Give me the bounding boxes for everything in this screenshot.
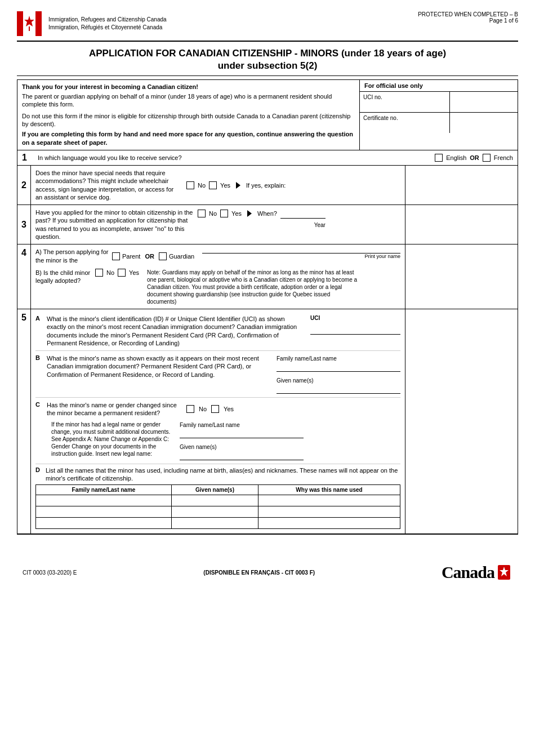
svg-rect-3 [29, 26, 30, 31]
q3-no-label: No [209, 210, 217, 217]
q5-b-given-input[interactable] [277, 384, 400, 394]
logo-text: Immigration, Refugees and Citizenship Ca… [48, 16, 167, 32]
q5-b-family-label: Family name/Last name [277, 355, 400, 362]
d-row1-col2[interactable] [171, 495, 258, 506]
d-row2-col3[interactable] [258, 506, 400, 518]
title-divider [17, 75, 518, 76]
q3-when-input[interactable] [280, 208, 326, 219]
q1-or: OR [470, 154, 479, 161]
q3-right-panel[interactable] [405, 205, 518, 244]
protected-label: PROTECTED WHEN COMPLETED – B [418, 11, 518, 17]
d-row3-col2[interactable] [171, 518, 258, 529]
q4-b-text: B) Is the child minor legally adopted? [35, 269, 92, 285]
page-header: Immigration, Refugees and Citizenship Ca… [17, 11, 518, 36]
q5-c-given-label: Given name(s) [180, 444, 400, 450]
q4-b-no-label: No [106, 269, 114, 276]
main-form: Thank you for your interest in becoming … [17, 79, 518, 535]
q4-b-row: B) Is the child minor legally adopted? N… [35, 269, 400, 305]
q3-when-label: When? [257, 210, 277, 217]
intro-left: Thank you for your interest in becoming … [17, 80, 360, 150]
q5-d-section: D List all the names that the minor has … [35, 464, 400, 532]
q3-body: Have you applied for the minor to obtain… [31, 205, 405, 244]
q5-b-family-input[interactable] [277, 362, 400, 372]
disponible-label: (DISPONIBLE EN FRANÇAIS - CIT 0003 F) [203, 570, 315, 576]
page-number: Page 1 of 6 [418, 17, 518, 24]
q2-no-checkbox[interactable] [186, 181, 194, 189]
q5-c-yes-checkbox[interactable] [211, 405, 219, 413]
q3-year-label: Year [198, 222, 326, 228]
question-1-row: 1 In which language would you like to re… [17, 150, 518, 166]
q3-arrow-icon [247, 210, 252, 217]
q4-a-row: A) The person applying for the minor is … [35, 248, 400, 264]
d-row2-col2[interactable] [171, 506, 258, 518]
q5-b-given-label: Given name(s) [277, 377, 400, 384]
d-row3-col1[interactable] [36, 518, 172, 529]
q4-guardian-label: Guardian [169, 253, 194, 260]
uci-value-field[interactable] [450, 92, 518, 112]
q2-yes-checkbox[interactable] [209, 181, 217, 189]
q5-uci-input[interactable] [310, 324, 400, 335]
q5-d-header: D List all the names that the minor has … [35, 466, 400, 483]
uci-box: UCI no. [360, 92, 518, 113]
d-col1-header: Family name/Last name [36, 485, 172, 495]
q3-yes-label: Yes [231, 210, 242, 217]
q2-arrow-icon [236, 182, 240, 189]
q4-a-controls: Parent OR Guardian [112, 252, 194, 260]
q1-french-checkbox[interactable] [483, 154, 491, 162]
q4-parent-checkbox[interactable] [112, 252, 120, 260]
q2-no-label: No [198, 182, 206, 189]
table-row [36, 495, 400, 506]
q2-number: 2 [17, 166, 31, 204]
q2-yes-label: Yes [220, 182, 230, 189]
q2-right-panel[interactable] [405, 166, 518, 204]
q2-if-yes-label: If yes, explain: [246, 182, 286, 189]
q5-c-no-checkbox[interactable] [186, 405, 194, 413]
q5-a-section: A What is the minor's client identificat… [35, 312, 400, 351]
d-row1-col3[interactable] [258, 495, 400, 506]
official-use-label: For official use only [360, 80, 518, 92]
q3-yes-checkbox[interactable] [220, 210, 228, 217]
intro-para3: If you are completing this form by hand … [22, 130, 355, 146]
d-row1-col1[interactable] [36, 495, 172, 506]
q3-when-area: When? [257, 208, 326, 219]
d-row2-col1[interactable] [36, 506, 172, 518]
q5-b-label: B [35, 354, 43, 361]
q5-c-note: If the minor has had a legal name or gen… [51, 421, 175, 457]
q4-right-panel[interactable] [405, 244, 518, 309]
q5-c-given-input[interactable] [180, 450, 304, 460]
logo-en: Immigration, Refugees and Citizenship Ca… [48, 16, 167, 24]
d-col3-header: Why was this name used [258, 485, 400, 495]
q5-b-section: B What is the minor's name as shown exac… [35, 351, 400, 398]
canada-logo: Canada [442, 563, 512, 582]
q1-english-label: English [446, 154, 466, 161]
print-name-label: Print your name [202, 254, 400, 259]
thank-you-text: Thank you for your interest in becoming … [22, 83, 355, 90]
q4-b-yes-checkbox[interactable] [118, 269, 126, 277]
q5-right-panel[interactable] [405, 309, 518, 533]
q3-no-checkbox[interactable] [198, 210, 206, 217]
d-col2-header: Given name(s) [171, 485, 258, 495]
q4-guardian-checkbox[interactable] [159, 252, 167, 260]
q4-parent-label: Parent [122, 253, 140, 260]
uci-label: UCI no. [360, 92, 450, 112]
q5-c-family-input[interactable] [180, 428, 304, 438]
q3-text: Have you applied for the minor to obtain… [35, 208, 193, 241]
q4-b-no-checkbox[interactable] [95, 269, 103, 277]
canada-flag-icon [17, 11, 42, 36]
q5-c-family-group: Family name/Last name [180, 421, 400, 438]
q4-body: A) The person applying for the minor is … [31, 244, 405, 309]
logo-area: Immigration, Refugees and Citizenship Ca… [17, 11, 167, 36]
question-2-row: 2 Does the minor have special needs that… [17, 166, 518, 205]
q1-english-checkbox[interactable] [435, 154, 443, 162]
q2-body: Does the minor have special needs that r… [31, 166, 405, 204]
cert-value-field[interactable] [450, 113, 518, 133]
q5-c-no-label: No [199, 406, 207, 412]
q5-uci-label: UCI [310, 315, 400, 321]
q5-a-label: A [35, 315, 43, 322]
d-row3-col3[interactable] [258, 518, 400, 529]
q5-b-text: What is the minor's name as shown exactl… [47, 354, 268, 379]
page-footer: CIT 0003 (03-2020) E (DISPONIBLE EN FRAN… [17, 552, 518, 588]
q1-number: 1 [22, 153, 33, 163]
header-divider [17, 41, 518, 42]
intro-right: For official use only UCI no. Certificat… [360, 80, 518, 150]
